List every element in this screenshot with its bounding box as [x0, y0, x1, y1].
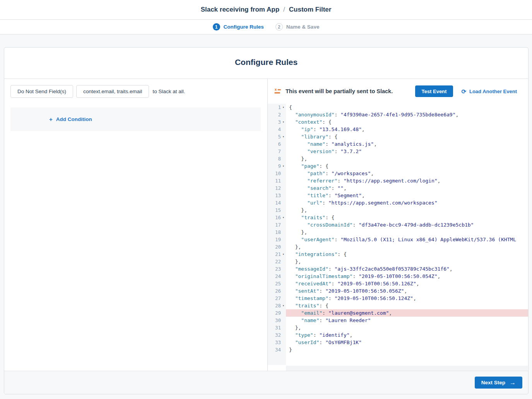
- step-bar: 1 Configure Rules 2 Name & Save: [0, 20, 532, 34]
- gutter-cell: 4: [268, 126, 286, 133]
- code-line-34: 34}: [268, 346, 528, 353]
- configure-rules-card: Configure Rules Do Not Send Field(s) con…: [4, 47, 529, 394]
- code-line-6: 6 "name": "analytics.js",: [268, 140, 528, 148]
- code-text: },: [286, 258, 528, 265]
- rule-row: Do Not Send Field(s) context.email, trai…: [10, 85, 185, 98]
- top-bar: Slack receiving from App / Custom Filter: [0, 0, 532, 20]
- code-text: {: [286, 104, 528, 111]
- gutter-cell: 25: [268, 280, 286, 287]
- add-condition-label: Add Condition: [56, 116, 92, 122]
- gutter-cell: 17: [268, 221, 286, 228]
- code-line-33: 33 "userId": "OsY6MFBj1K": [268, 339, 528, 346]
- fold-arrow-icon[interactable]: ▾: [281, 133, 286, 140]
- line-number: 1: [268, 104, 281, 111]
- rule-action-dropdown[interactable]: Do Not Send Field(s): [10, 85, 73, 98]
- code-line-18: 18 },: [268, 228, 528, 236]
- line-number: 18: [268, 228, 281, 236]
- line-number: 4: [268, 126, 281, 133]
- line-number: 14: [268, 199, 281, 206]
- gutter-cell: 12: [268, 184, 286, 192]
- breadcrumb: Slack receiving from App / Custom Filter: [201, 6, 332, 14]
- breadcrumb-secondary: Custom Filter: [289, 6, 332, 14]
- step-name-and-save[interactable]: 2 Name & Save: [275, 23, 320, 31]
- line-number: 23: [268, 265, 281, 273]
- code-line-26: 26 "sentAt": "2019-05-10T00:56:50.056Z",: [268, 287, 528, 295]
- code-text: },: [286, 206, 528, 214]
- step-1-label: Configure Rules: [224, 24, 264, 30]
- code-line-17: 17 "crossDomainId": "df3a47ee-bcc9-479d-…: [268, 221, 528, 228]
- load-another-event-link[interactable]: ⟳ Load Another Event: [461, 89, 517, 94]
- arrow-right-icon: →: [510, 380, 516, 386]
- add-condition-button[interactable]: + Add Condition: [49, 116, 92, 122]
- gutter-cell: 24: [268, 273, 286, 280]
- page-title: Configure Rules: [4, 58, 528, 67]
- gutter-cell: 13: [268, 192, 286, 199]
- step-2-circle: 2: [275, 23, 283, 31]
- code-text: },: [286, 324, 528, 331]
- code-text: "title": "Segment",: [286, 192, 528, 199]
- code-text: "timestamp": "2019-05-10T00:56:50.124Z",: [286, 295, 528, 302]
- line-number: 6: [268, 140, 281, 148]
- line-number: 33: [268, 339, 281, 346]
- gutter-cell: 3▾: [268, 118, 286, 126]
- code-text: }: [286, 346, 528, 353]
- gutter-cell: 21▾: [268, 251, 286, 258]
- next-step-button[interactable]: Next Step →: [475, 377, 522, 389]
- step-2-label: Name & Save: [286, 24, 320, 30]
- fold-arrow-icon[interactable]: ▾: [281, 214, 286, 221]
- line-number: 13: [268, 192, 281, 199]
- line-number: 3: [268, 118, 281, 126]
- line-number: 27: [268, 295, 281, 302]
- line-number: 34: [268, 346, 281, 353]
- line-number: 11: [268, 177, 281, 184]
- code-line-31: 31 },: [268, 324, 528, 331]
- line-number: 8: [268, 155, 281, 162]
- gutter-cell: 27: [268, 295, 286, 302]
- fold-arrow-icon[interactable]: ▾: [281, 104, 286, 111]
- code-line-27: 27 "timestamp": "2019-05-10T00:56:50.124…: [268, 295, 528, 302]
- code-line-32: 32 "type": "identify",: [268, 331, 528, 339]
- code-line-7: 7 "version": "3.7.2": [268, 148, 528, 155]
- line-number: 21: [268, 251, 281, 258]
- horizontal-scrollbar[interactable]: [286, 366, 528, 371]
- code-line-10: 10 "path": "/workspaces",: [268, 170, 528, 177]
- code-text: "userAgent": "Mozilla/5.0 (X11; Linux x8…: [286, 236, 528, 243]
- code-text: "traits": {: [286, 302, 528, 309]
- line-number: 31: [268, 324, 281, 331]
- rule-builder-panel: Do Not Send Field(s) context.email, trai…: [4, 79, 267, 371]
- gutter-cell: 23: [268, 265, 286, 273]
- gutter-cell: 32: [268, 331, 286, 339]
- fold-arrow-icon[interactable]: ▾: [281, 302, 286, 309]
- code-line-12: 12 "search": "",: [268, 184, 528, 192]
- fold-arrow-icon[interactable]: ▾: [281, 162, 286, 170]
- test-event-button[interactable]: Test Event: [415, 85, 453, 97]
- line-number: 16: [268, 214, 281, 221]
- code-line-24: 24 "originalTimestamp": "2019-05-10T00:5…: [268, 273, 528, 280]
- fold-arrow-icon[interactable]: ▾: [281, 251, 286, 258]
- code-text: "referrer": "https://app.segment.com/log…: [286, 177, 528, 184]
- code-text: "messageId": "ajs-33ffc2ac0a550e8f053789…: [286, 265, 528, 273]
- code-line-5: 5▾ "library": {: [268, 133, 528, 140]
- line-number: 32: [268, 331, 281, 339]
- code-line-15: 15 },: [268, 206, 528, 214]
- step-configure-rules[interactable]: 1 Configure Rules: [213, 23, 264, 31]
- code-line-1: 1▾{: [268, 104, 528, 111]
- gutter-cell: 31: [268, 324, 286, 331]
- breadcrumb-primary[interactable]: Slack receiving from App: [201, 6, 279, 14]
- gutter-cell: 15: [268, 206, 286, 214]
- gutter-cell: 16▾: [268, 214, 286, 221]
- gutter-cell: 29: [268, 309, 286, 317]
- code-text: "name": "Lauren Reeder": [286, 317, 528, 324]
- gutter-cell: 7: [268, 148, 286, 155]
- fold-arrow-icon[interactable]: ▾: [281, 118, 286, 126]
- rule-fields-input[interactable]: context.email, traits.email: [76, 85, 149, 98]
- gutter-cell: 2: [268, 111, 286, 118]
- code-line-16: 16▾ "traits": {: [268, 214, 528, 221]
- code-text: "receivedAt": "2019-05-10T00:56:50.126Z"…: [286, 280, 528, 287]
- gutter-cell: 22: [268, 258, 286, 265]
- json-event-editor[interactable]: 1▾{2 "anonymousId": "4f9390ae-2657-4fe1-…: [268, 104, 528, 365]
- code-line-21: 21▾ "integrations": {: [268, 251, 528, 258]
- code-line-4: 4 "ip": "13.54.169.48",: [268, 126, 528, 133]
- line-number: 22: [268, 258, 281, 265]
- gutter-cell: 5▾: [268, 133, 286, 140]
